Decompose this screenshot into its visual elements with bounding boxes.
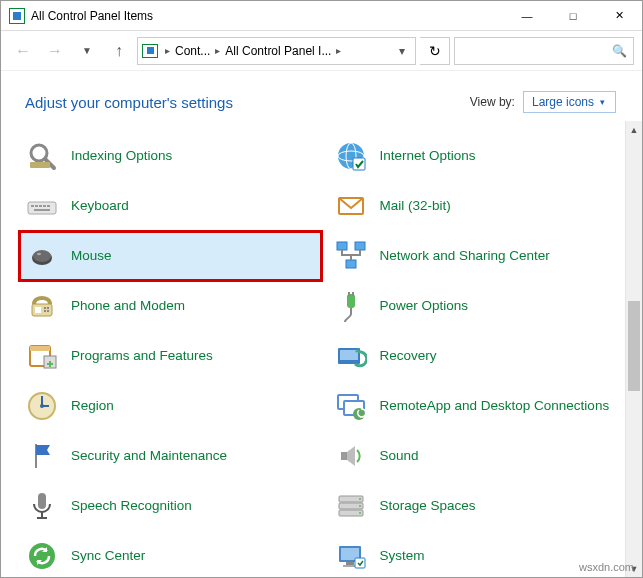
- search-icon: [25, 139, 59, 173]
- cpl-item-label: Network and Sharing Center: [380, 248, 550, 264]
- power-icon: [334, 289, 368, 323]
- chevron-right-icon: ▸: [212, 45, 223, 56]
- recent-locations[interactable]: ▼: [73, 37, 101, 65]
- svg-rect-29: [352, 292, 354, 296]
- cpl-item-sound[interactable]: Sound: [328, 431, 631, 481]
- svg-rect-27: [347, 294, 355, 308]
- minimize-button[interactable]: —: [504, 1, 550, 31]
- svg-rect-19: [355, 242, 365, 250]
- mic-icon: [25, 489, 59, 523]
- cpl-item-label: System: [380, 548, 425, 564]
- breadcrumb[interactable]: ▸ Cont... ▸ All Control Panel I... ▸ ▾: [137, 37, 416, 65]
- cpl-item-label: Programs and Features: [71, 348, 213, 364]
- svg-point-17: [37, 253, 41, 255]
- scrollbar[interactable]: ▲ ▼: [625, 121, 642, 577]
- cpl-item-internet-options[interactable]: Internet Options: [328, 131, 631, 181]
- svg-rect-25: [44, 310, 46, 312]
- breadcrumb-root-icon: [142, 44, 158, 58]
- svg-rect-31: [30, 346, 50, 351]
- svg-rect-2: [30, 162, 50, 168]
- cpl-item-label: Speech Recognition: [71, 498, 192, 514]
- cpl-item-recovery[interactable]: Recovery: [328, 331, 631, 381]
- svg-point-50: [359, 505, 361, 507]
- forward-button[interactable]: →: [41, 37, 69, 65]
- control-panel-icon: [9, 8, 25, 24]
- window-title: All Control Panel Items: [31, 9, 153, 23]
- svg-point-51: [359, 512, 361, 514]
- cpl-item-region[interactable]: Region: [19, 381, 322, 431]
- svg-rect-8: [31, 205, 34, 207]
- remote-icon: [334, 389, 368, 423]
- watermark: wsxdn.com: [579, 561, 634, 573]
- cpl-item-remoteapp-and-desktop-connections[interactable]: RemoteApp and Desktop Connections: [328, 381, 631, 431]
- search-input[interactable]: 🔍: [454, 37, 634, 65]
- breadcrumb-dropdown[interactable]: ▾: [393, 44, 411, 58]
- navbar: ← → ▼ ↑ ▸ Cont... ▸ All Control Panel I.…: [1, 31, 642, 71]
- items-grid: Indexing OptionsInternet OptionsKeyboard…: [1, 121, 642, 577]
- refresh-button[interactable]: ↻: [420, 37, 450, 65]
- svg-rect-23: [44, 307, 46, 309]
- cpl-item-network-and-sharing-center[interactable]: Network and Sharing Center: [328, 231, 631, 281]
- cpl-item-label: Security and Maintenance: [71, 448, 227, 464]
- cpl-item-security-and-maintenance[interactable]: Security and Maintenance: [19, 431, 322, 481]
- titlebar: All Control Panel Items — □ ✕: [1, 1, 642, 31]
- svg-point-16: [33, 250, 51, 262]
- svg-rect-7: [28, 202, 56, 214]
- svg-rect-57: [355, 558, 365, 568]
- cpl-item-mouse[interactable]: Mouse: [19, 231, 322, 281]
- phone-icon: [25, 289, 59, 323]
- view-by-label: View by:: [470, 95, 515, 109]
- cpl-item-label: Mouse: [71, 248, 112, 264]
- svg-point-49: [359, 498, 361, 500]
- back-button[interactable]: ←: [9, 37, 37, 65]
- cpl-item-label: Recovery: [380, 348, 437, 364]
- content-area: Indexing OptionsInternet OptionsKeyboard…: [1, 121, 642, 577]
- scroll-up-button[interactable]: ▲: [626, 121, 642, 138]
- cpl-item-keyboard[interactable]: Keyboard: [19, 181, 322, 231]
- cpl-item-indexing-options[interactable]: Indexing Options: [19, 131, 322, 181]
- svg-rect-22: [35, 307, 41, 313]
- svg-rect-10: [39, 205, 42, 207]
- cpl-item-phone-and-modem[interactable]: Phone and Modem: [19, 281, 322, 331]
- cpl-item-storage-spaces[interactable]: Storage Spaces: [328, 481, 631, 531]
- keyboard-icon: [25, 189, 59, 223]
- chevron-right-icon: ▸: [162, 45, 173, 56]
- globe-icon: [334, 139, 368, 173]
- cpl-item-label: Indexing Options: [71, 148, 172, 164]
- cpl-item-label: RemoteApp and Desktop Connections: [380, 398, 610, 414]
- breadcrumb-segment[interactable]: Cont...: [175, 44, 210, 58]
- cpl-item-label: Storage Spaces: [380, 498, 476, 514]
- system-icon: [334, 539, 368, 573]
- chevron-right-icon: ▸: [333, 45, 344, 56]
- maximize-button[interactable]: □: [550, 1, 596, 31]
- svg-rect-20: [346, 260, 356, 268]
- cpl-item-power-options[interactable]: Power Options: [328, 281, 631, 331]
- cpl-item-label: Internet Options: [380, 148, 476, 164]
- cpl-item-speech-recognition[interactable]: Speech Recognition: [19, 481, 322, 531]
- svg-rect-34: [340, 350, 358, 360]
- search-icon: 🔍: [612, 44, 627, 58]
- breadcrumb-segment[interactable]: All Control Panel I...: [225, 44, 331, 58]
- view-by-value: Large icons: [532, 95, 594, 109]
- up-button[interactable]: ↑: [105, 37, 133, 65]
- cpl-item-programs-and-features[interactable]: Programs and Features: [19, 331, 322, 381]
- cpl-item-label: Sync Center: [71, 548, 145, 564]
- cpl-item-mail-32-bit[interactable]: Mail (32-bit): [328, 181, 631, 231]
- svg-rect-9: [35, 205, 38, 207]
- programs-icon: [25, 339, 59, 373]
- cpl-item-sync-center[interactable]: Sync Center: [19, 531, 322, 577]
- close-button[interactable]: ✕: [596, 1, 642, 31]
- cpl-item-label: Region: [71, 398, 114, 414]
- storage-icon: [334, 489, 368, 523]
- flag-icon: [25, 439, 59, 473]
- view-by-select[interactable]: Large icons ▾: [523, 91, 616, 113]
- svg-rect-11: [43, 205, 46, 207]
- recovery-icon: [334, 339, 368, 373]
- scroll-thumb[interactable]: [628, 301, 640, 391]
- svg-rect-6: [353, 158, 365, 170]
- svg-rect-55: [346, 562, 354, 565]
- region-icon: [25, 389, 59, 423]
- svg-rect-13: [34, 209, 50, 211]
- cpl-item-label: Phone and Modem: [71, 298, 185, 314]
- cpl-item-label: Sound: [380, 448, 419, 464]
